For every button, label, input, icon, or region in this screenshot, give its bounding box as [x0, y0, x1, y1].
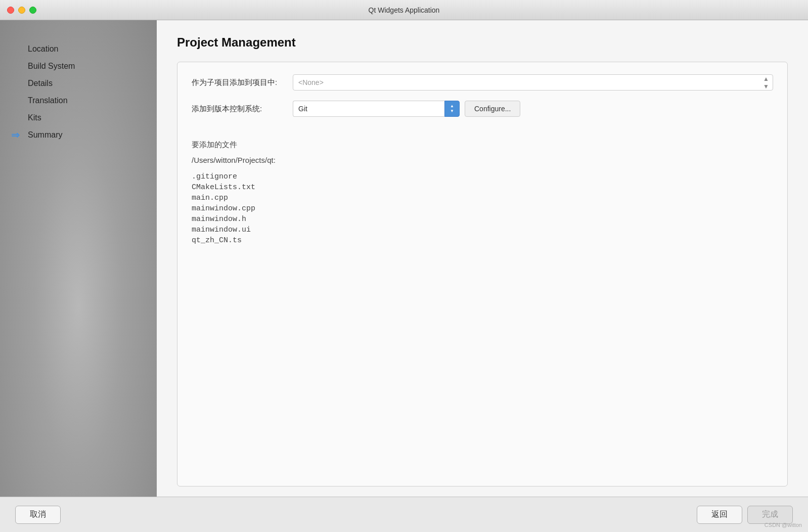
sidebar-item-details[interactable]: Details — [0, 75, 157, 92]
page-title: Project Management — [177, 35, 788, 50]
list-item: .gitignore — [192, 171, 773, 182]
vcs-control-group: Git ▲ ▼ Configure... — [293, 101, 773, 117]
footer-right: 返回 完成 — [697, 506, 793, 524]
title-bar: Qt Widgets Application — [0, 0, 808, 20]
finish-button[interactable]: 完成 — [747, 506, 793, 524]
sidebar-item-build-system[interactable]: Build System — [0, 58, 157, 75]
list-item: mainwindow.cpp — [192, 203, 773, 214]
list-item: qt_zh_CN.ts — [192, 235, 773, 246]
vcs-label: 添加到版本控制系统: — [192, 104, 293, 114]
sidebar-item-label-kits: Kits — [28, 113, 41, 122]
sidebar-item-label-translation: Translation — [28, 96, 68, 105]
sidebar-item-label-location: Location — [28, 45, 59, 54]
configure-button[interactable]: Configure... — [465, 101, 520, 117]
sidebar-nav: Location Build System Details Translatio… — [0, 35, 157, 144]
sidebar: Location Build System Details Translatio… — [0, 20, 157, 497]
sidebar-item-location[interactable]: Location — [0, 40, 157, 58]
cancel-button[interactable]: 取消 — [15, 506, 61, 524]
window-title: Qt Widgets Application — [369, 6, 440, 14]
window-controls — [7, 7, 36, 14]
sidebar-item-kits[interactable]: Kits — [0, 109, 157, 126]
watermark: CSDN @witton — [765, 522, 802, 528]
sidebar-item-label-build-system: Build System — [28, 62, 75, 71]
sidebar-item-translation[interactable]: Translation — [0, 92, 157, 109]
footer: 取消 返回 完成 — [0, 497, 808, 532]
main-window: Location Build System Details Translatio… — [0, 20, 808, 532]
footer-left: 取消 — [15, 506, 61, 524]
spinner-down-icon: ▼ — [450, 109, 454, 113]
vcs-select-wrapper: Git ▲ ▼ — [293, 101, 460, 117]
minimize-button[interactable] — [18, 7, 25, 14]
vcs-select[interactable]: Git — [293, 101, 444, 117]
sidebar-item-summary[interactable]: ⇒ Summary — [0, 126, 157, 144]
file-list: .gitignoreCMakeLists.txtmain.cppmainwind… — [192, 171, 773, 246]
file-section-title: 要添加的文件 — [192, 140, 773, 150]
file-path: /Users/witton/Projects/qt: — [192, 156, 773, 164]
subproject-select-wrapper: <None> ▲ ▼ — [293, 74, 773, 91]
vcs-row: 添加到版本控制系统: Git ▲ ▼ Configure... — [192, 101, 773, 117]
back-button[interactable]: 返回 — [697, 506, 742, 524]
maximize-button[interactable] — [29, 7, 36, 14]
list-item: main.cpp — [192, 193, 773, 203]
form-panel: 作为子项目添加到项目中: <None> ▲ ▼ 添加到版本控制系统: — [177, 62, 788, 486]
spinner-up-icon: ▲ — [450, 104, 454, 108]
list-item: mainwindow.ui — [192, 225, 773, 235]
list-item: mainwindow.h — [192, 214, 773, 225]
close-button[interactable] — [7, 7, 14, 14]
subproject-label: 作为子项目添加到项目中: — [192, 78, 293, 87]
subproject-select[interactable]: <None> — [293, 74, 773, 91]
sidebar-item-label-details: Details — [28, 79, 53, 88]
main-panel: Project Management 作为子项目添加到项目中: <None> ▲… — [157, 20, 808, 497]
list-item: CMakeLists.txt — [192, 182, 773, 193]
current-step-arrow-icon: ⇒ — [11, 129, 20, 141]
content-area: Location Build System Details Translatio… — [0, 20, 808, 497]
subproject-row: 作为子项目添加到项目中: <None> ▲ ▼ — [192, 74, 773, 91]
sidebar-item-label-summary: Summary — [28, 130, 62, 140]
vcs-spinner-button[interactable]: ▲ ▼ — [444, 101, 460, 117]
file-content-area: 要添加的文件 /Users/witton/Projects/qt: .gitig… — [192, 132, 773, 474]
